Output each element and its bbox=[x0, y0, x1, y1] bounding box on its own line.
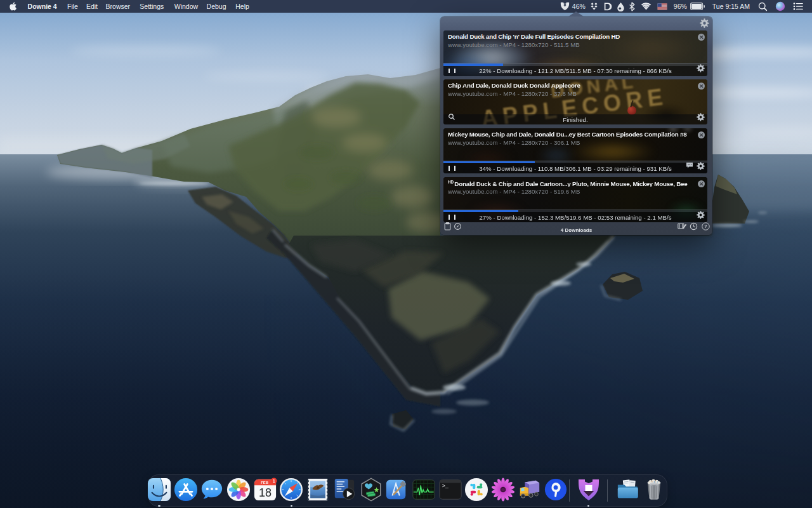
svg-text:>_: >_ bbox=[442, 483, 449, 490]
svg-text:FEB: FEB bbox=[261, 481, 268, 485]
svg-text:?: ? bbox=[704, 224, 707, 229]
svg-text:18: 18 bbox=[259, 486, 272, 499]
svg-text:1: 1 bbox=[272, 479, 275, 484]
